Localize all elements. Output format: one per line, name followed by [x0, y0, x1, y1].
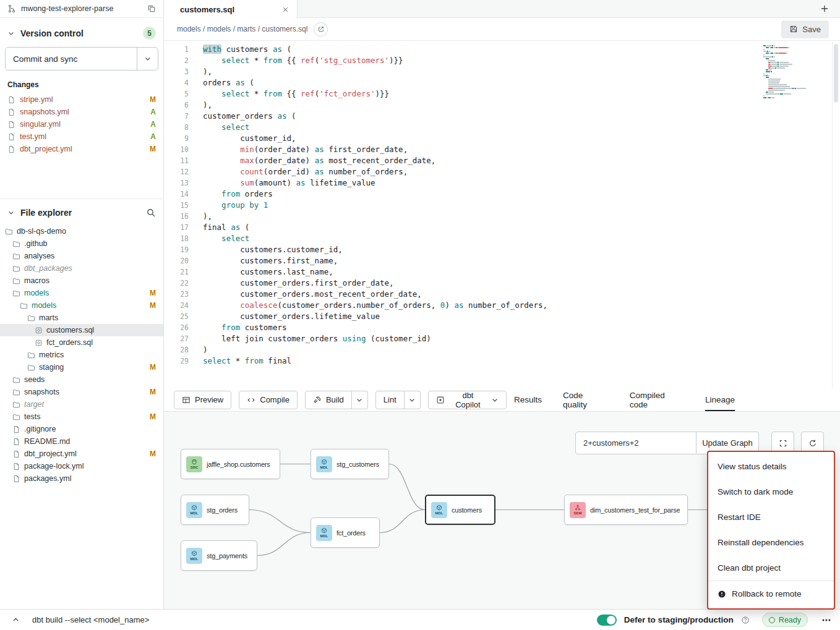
code-line[interactable]: 28) — [164, 344, 840, 355]
code-line[interactable]: 2 select * from {{ ref('stg_customers')}… — [164, 55, 840, 66]
tree-item-readme-md[interactable]: README.md — [0, 435, 163, 448]
menu-item-rollback-to-remote[interactable]: Rollback to remote — [708, 581, 834, 607]
menu-item-clean-dbt-project[interactable]: Clean dbt project — [708, 555, 834, 581]
save-button[interactable]: Save — [781, 20, 829, 38]
tree-item-dbt-project-yml[interactable]: dbt_project.ymlM — [0, 448, 163, 460]
code-line[interactable]: 21 customers.last_name, — [164, 266, 840, 278]
change-item-test-yml[interactable]: test.ymlA — [0, 130, 163, 143]
code-line[interactable]: 24 coalesce(customer_orders.number_of_or… — [164, 300, 840, 311]
code-line[interactable]: 5 select * from {{ ref('fct_orders')}} — [164, 88, 840, 100]
lineage-node-fct-orders[interactable]: MDLfct_orders — [311, 517, 380, 548]
code-line[interactable]: 15 group by 1 — [164, 200, 840, 211]
menu-item-switch-to-dark-mode[interactable]: Switch to dark mode — [708, 479, 834, 504]
tree-item-tests[interactable]: testsM — [0, 411, 163, 423]
tree-item-metrics[interactable]: metrics — [0, 349, 163, 361]
tab-code-quality[interactable]: Code quality — [563, 388, 609, 411]
help-icon[interactable] — [741, 616, 750, 624]
tree-item-macros[interactable]: macros — [0, 275, 163, 287]
tree-item-gitignore[interactable]: .gitignore — [0, 423, 163, 435]
code-line[interactable]: 8 select — [164, 122, 840, 133]
build-options-caret[interactable] — [352, 391, 368, 409]
code-line[interactable]: 25 customer_orders.lifetime_value — [164, 311, 840, 322]
tree-item-dbt-packages[interactable]: dbt_packages — [0, 262, 163, 275]
lineage-selector-input[interactable]: 2+customers+2 — [575, 432, 696, 454]
menu-item-reinstall-dependencies[interactable]: Reinstall dependencies — [708, 530, 834, 555]
commit-options-caret[interactable] — [137, 48, 158, 70]
lineage-node-dim-customers-test-for-parse[interactable]: SEMdim_customers_test_for_parse — [564, 495, 688, 525]
tab-customers-sql[interactable]: customers.sql — [164, 0, 298, 19]
open-file-action-button[interactable] — [314, 22, 328, 36]
code-line[interactable]: 14 from orders — [164, 189, 840, 200]
tree-item-marts[interactable]: marts — [0, 312, 163, 324]
build-button[interactable]: Build — [305, 391, 352, 409]
tree-item-package-lock-yml[interactable]: package-lock.yml — [0, 460, 163, 472]
lineage-node-customers[interactable]: MDLcustomers — [425, 495, 495, 525]
search-icon[interactable] — [146, 208, 156, 218]
code-line[interactable]: 20 customers.first_name, — [164, 255, 840, 266]
change-item-stripe-yml[interactable]: stripe.ymlM — [0, 93, 163, 106]
menu-item-restart-ide[interactable]: Restart IDE — [708, 504, 834, 530]
menu-item-view-status-details[interactable]: View status details — [708, 454, 834, 479]
code-line[interactable]: 13 sum(amount) as lifetime_value — [164, 177, 840, 189]
tree-item-target[interactable]: target — [0, 398, 163, 411]
code-line[interactable]: 9 customer_id, — [164, 133, 840, 144]
tree-item-github[interactable]: .github — [0, 237, 163, 250]
lint-button[interactable]: Lint — [375, 391, 405, 409]
code-line[interactable]: 3), — [164, 66, 840, 77]
code-line[interactable]: 19 customers.customer_id, — [164, 244, 840, 255]
code-line[interactable]: 18 select — [164, 233, 840, 244]
code-line[interactable]: 16), — [164, 211, 840, 222]
code-line[interactable]: 1with customers as ( — [164, 44, 840, 55]
code-line[interactable]: 26 from customers — [164, 322, 840, 333]
tree-item-models[interactable]: modelsM — [0, 287, 163, 299]
code-line[interactable]: 12 count(order_id) as number_of_orders, — [164, 166, 840, 177]
version-control-header[interactable]: Version control 5 — [0, 18, 163, 45]
code-line[interactable]: 22 customer_orders.first_order_date, — [164, 278, 840, 289]
code-line[interactable]: 27 left join customer_orders using (cust… — [164, 333, 840, 344]
preview-button[interactable]: Preview — [174, 391, 231, 409]
tree-item-seeds[interactable]: seeds — [0, 373, 163, 386]
tab-compiled-code[interactable]: Compiled code — [630, 388, 684, 411]
tree-item-staging[interactable]: stagingM — [0, 361, 163, 373]
tree-item-packages-yml[interactable]: packages.yml — [0, 472, 163, 485]
tree-item-db-sl-qs-demo[interactable]: db-sl-qs-demo — [0, 225, 163, 237]
command-input[interactable]: dbt build --select <model_name> — [32, 615, 149, 624]
lineage-node-stg-orders[interactable]: MDLstg_orders — [181, 495, 249, 525]
lineage-node-jaffle-shop-customers[interactable]: SRCjaffle_shop.customers — [181, 449, 280, 479]
code-line[interactable]: 4orders as ( — [164, 77, 840, 88]
expand-command-bar-button[interactable] — [9, 613, 22, 627]
close-tab-icon[interactable] — [281, 6, 289, 14]
code-line[interactable]: 23 customer_orders.most_recent_order_dat… — [164, 289, 840, 300]
file-explorer-header[interactable]: File explorer — [0, 199, 163, 223]
tree-item-customers-sql[interactable]: customers.sql — [0, 324, 163, 336]
defer-toggle[interactable] — [597, 615, 617, 626]
tree-item-snapshots[interactable]: snapshotsM — [0, 386, 163, 398]
minimap[interactable] — [763, 45, 825, 99]
tab-results[interactable]: Results — [514, 388, 542, 411]
commit-and-sync-button[interactable]: Commit and sync — [6, 48, 137, 70]
tree-item-models[interactable]: modelsM — [0, 299, 163, 312]
code-line[interactable]: 17final as ( — [164, 222, 840, 233]
dbt-copilot-button[interactable]: dbt Copilot — [428, 391, 507, 409]
code-line[interactable]: 10 min(order_date) as first_order_date, — [164, 144, 840, 155]
scrollbar-thumb[interactable] — [834, 44, 838, 103]
tab-lineage[interactable]: Lineage — [705, 388, 735, 411]
code-editor[interactable]: 1with customers as (2 select * from {{ r… — [164, 41, 840, 388]
tree-item-analyses[interactable]: analyses — [0, 250, 163, 262]
tree-item-fct-orders-sql[interactable]: fct_orders.sql — [0, 336, 163, 349]
code-line[interactable]: 6), — [164, 100, 840, 111]
code-line[interactable]: 29select * from final — [164, 355, 840, 367]
code-line[interactable]: 11 max(order_date) as most_recent_order_… — [164, 155, 840, 166]
lineage-node-stg-customers[interactable]: MDLstg_customers — [311, 449, 389, 479]
code-line[interactable]: 7customer_orders as ( — [164, 111, 840, 122]
change-item-singular-yml[interactable]: singular.ymlA — [0, 118, 163, 130]
compile-button[interactable]: Compile — [239, 391, 298, 409]
new-tab-button[interactable] — [809, 0, 840, 17]
copy-branch-icon[interactable] — [147, 4, 156, 13]
lineage-node-stg-payments[interactable]: MDLstg_payments — [181, 540, 257, 571]
change-item-dbt-project-yml[interactable]: dbt_project.ymlM — [0, 143, 163, 155]
more-options-button[interactable] — [821, 615, 831, 625]
lint-options-caret[interactable] — [405, 391, 421, 409]
editor-scrollbar[interactable] — [832, 41, 840, 388]
change-item-snapshots-yml[interactable]: snapshots.ymlA — [0, 106, 163, 118]
